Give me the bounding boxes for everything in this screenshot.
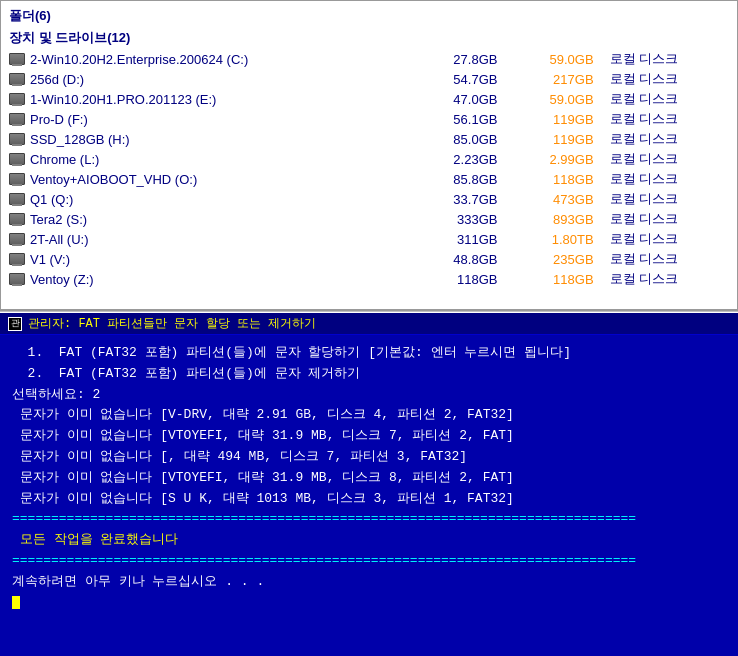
drive-name-cell: 2-Win10.20H2.Enterprise.200624 (C:) <box>1 49 409 69</box>
cmd-line: 문자가 이미 없습니다 [V-DRV, 대략 2.91 GB, 디스크 4, 파… <box>12 405 726 426</box>
drive-row[interactable]: 2T-All (U:)311GB1.80TB로컬 디스크 <box>1 229 737 249</box>
drive-type: 로컬 디스크 <box>602 69 737 89</box>
drive-type: 로컬 디스크 <box>602 229 737 249</box>
drive-icon <box>9 233 25 245</box>
drive-row[interactable]: 2-Win10.20H2.Enterprise.200624 (C:)27.8G… <box>1 49 737 69</box>
drive-label: Chrome (L:) <box>30 152 99 167</box>
drive-total: 235GB <box>505 249 601 269</box>
drive-name-cell: Chrome (L:) <box>1 149 409 169</box>
drive-name-cell: 256d (D:) <box>1 69 409 89</box>
drive-row[interactable]: Chrome (L:)2.23GB2.99GB로컬 디스크 <box>1 149 737 169</box>
cmd-line: 선택하세요: 2 <box>12 385 726 406</box>
cmd-title-icon: 관 <box>8 317 22 331</box>
drive-total: 59.0GB <box>505 89 601 109</box>
cmd-line: ========================================… <box>12 509 726 530</box>
drive-row[interactable]: Q1 (Q:)33.7GB473GB로컬 디스크 <box>1 189 737 209</box>
drive-icon <box>9 133 25 145</box>
drive-used: 54.7GB <box>409 69 505 89</box>
drive-name-cell: Q1 (Q:) <box>1 189 409 209</box>
cmd-line: 모든 작업을 완료했습니다 <box>12 530 726 551</box>
folder-section-header: 폴더(6) <box>1 5 737 27</box>
drive-label: SSD_128GB (H:) <box>30 132 130 147</box>
drive-name-cell: Ventoy (Z:) <box>1 269 409 289</box>
drive-label: 1-Win10.20H1.PRO.201123 (E:) <box>30 92 216 107</box>
drive-icon <box>9 153 25 165</box>
cmd-title-text: 관리자: FAT 파티션들만 문자 할당 또는 제거하기 <box>28 315 316 332</box>
drive-used: 118GB <box>409 269 505 289</box>
drive-name-cell: Pro-D (F:) <box>1 109 409 129</box>
drive-total: 118GB <box>505 169 601 189</box>
drive-used: 56.1GB <box>409 109 505 129</box>
drive-used: 47.0GB <box>409 89 505 109</box>
drive-icon <box>9 213 25 225</box>
drive-type: 로컬 디스크 <box>602 129 737 149</box>
drive-total: 119GB <box>505 129 601 149</box>
drive-row[interactable]: Pro-D (F:)56.1GB119GB로컬 디스크 <box>1 109 737 129</box>
drive-name-cell: Ventoy+AIOBOOT_VHD (O:) <box>1 169 409 189</box>
drive-name-cell: Tera2 (S:) <box>1 209 409 229</box>
drive-row[interactable]: Ventoy (Z:)118GB118GB로컬 디스크 <box>1 269 737 289</box>
drive-used: 333GB <box>409 209 505 229</box>
drive-name-cell: V1 (V:) <box>1 249 409 269</box>
drive-label: Q1 (Q:) <box>30 192 73 207</box>
cmd-line: 문자가 이미 없습니다 [S U K, 대략 1013 MB, 디스크 3, 파… <box>12 489 726 510</box>
drive-used: 48.8GB <box>409 249 505 269</box>
drive-total: 119GB <box>505 109 601 129</box>
cmd-line: ========================================… <box>12 551 726 572</box>
drive-icon <box>9 253 25 265</box>
drive-used: 311GB <box>409 229 505 249</box>
drive-used: 27.8GB <box>409 49 505 69</box>
drive-name-cell: 1-Win10.20H1.PRO.201123 (E:) <box>1 89 409 109</box>
cursor-blink <box>12 596 20 609</box>
drive-type: 로컬 디스크 <box>602 209 737 229</box>
drive-type: 로컬 디스크 <box>602 249 737 269</box>
drive-total: 2.99GB <box>505 149 601 169</box>
cmd-content: 1. FAT (FAT32 포함) 파티션(들)에 문자 할당하기 [기본값: … <box>0 335 738 621</box>
disk-management-panel: 폴더(6) 장치 및 드라이브(12) 2-Win10.20H2.Enterpr… <box>0 0 738 310</box>
drive-used: 33.7GB <box>409 189 505 209</box>
drive-type: 로컬 디스크 <box>602 49 737 69</box>
drive-icon <box>9 273 25 285</box>
cmd-line: 문자가 이미 없습니다 [VTOYEFI, 대략 31.9 MB, 디스크 8,… <box>12 468 726 489</box>
drive-label: Ventoy+AIOBOOT_VHD (O:) <box>30 172 197 187</box>
drive-icon <box>9 73 25 85</box>
drive-name-cell: SSD_128GB (H:) <box>1 129 409 149</box>
drive-label: V1 (V:) <box>30 252 70 267</box>
drive-type: 로컬 디스크 <box>602 189 737 209</box>
drive-label: Ventoy (Z:) <box>30 272 94 287</box>
drive-total: 118GB <box>505 269 601 289</box>
drive-icon <box>9 113 25 125</box>
drive-name-cell: 2T-All (U:) <box>1 229 409 249</box>
drive-total: 59.0GB <box>505 49 601 69</box>
drive-type: 로컬 디스크 <box>602 269 737 289</box>
drive-row[interactable]: 256d (D:)54.7GB217GB로컬 디스크 <box>1 69 737 89</box>
drive-type: 로컬 디스크 <box>602 149 737 169</box>
drive-label: 256d (D:) <box>30 72 84 87</box>
drive-label: Tera2 (S:) <box>30 212 87 227</box>
drive-used: 85.0GB <box>409 129 505 149</box>
drive-type: 로컬 디스크 <box>602 169 737 189</box>
drive-icon <box>9 93 25 105</box>
drive-type: 로컬 디스크 <box>602 89 737 109</box>
cmd-line: 1. FAT (FAT32 포함) 파티션(들)에 문자 할당하기 [기본값: … <box>12 343 726 364</box>
cmd-title-bar: 관 관리자: FAT 파티션들만 문자 할당 또는 제거하기 <box>0 313 738 335</box>
drive-used: 85.8GB <box>409 169 505 189</box>
drive-row[interactable]: Tera2 (S:)333GB893GB로컬 디스크 <box>1 209 737 229</box>
cmd-line: 2. FAT (FAT32 포함) 파티션(들)에 문자 제거하기 <box>12 364 726 385</box>
drive-icon <box>9 173 25 185</box>
drive-label: Pro-D (F:) <box>30 112 88 127</box>
drive-type: 로컬 디스크 <box>602 109 737 129</box>
drive-row[interactable]: SSD_128GB (H:)85.0GB119GB로컬 디스크 <box>1 129 737 149</box>
drive-row[interactable]: Ventoy+AIOBOOT_VHD (O:)85.8GB118GB로컬 디스크 <box>1 169 737 189</box>
drive-row[interactable]: V1 (V:)48.8GB235GB로컬 디스크 <box>1 249 737 269</box>
device-section-header: 장치 및 드라이브(12) <box>1 27 737 49</box>
drive-total: 473GB <box>505 189 601 209</box>
drive-icon <box>9 53 25 65</box>
cmd-panel[interactable]: 관 관리자: FAT 파티션들만 문자 할당 또는 제거하기 1. FAT (F… <box>0 313 738 656</box>
cmd-line: 문자가 이미 없습니다 [VTOYEFI, 대략 31.9 MB, 디스크 7,… <box>12 426 726 447</box>
drive-total: 1.80TB <box>505 229 601 249</box>
drive-label: 2-Win10.20H2.Enterprise.200624 (C:) <box>30 52 248 67</box>
cmd-line: 계속하려면 아무 키나 누르십시오 . . . <box>12 572 726 593</box>
drive-label: 2T-All (U:) <box>30 232 89 247</box>
drive-row[interactable]: 1-Win10.20H1.PRO.201123 (E:)47.0GB59.0GB… <box>1 89 737 109</box>
